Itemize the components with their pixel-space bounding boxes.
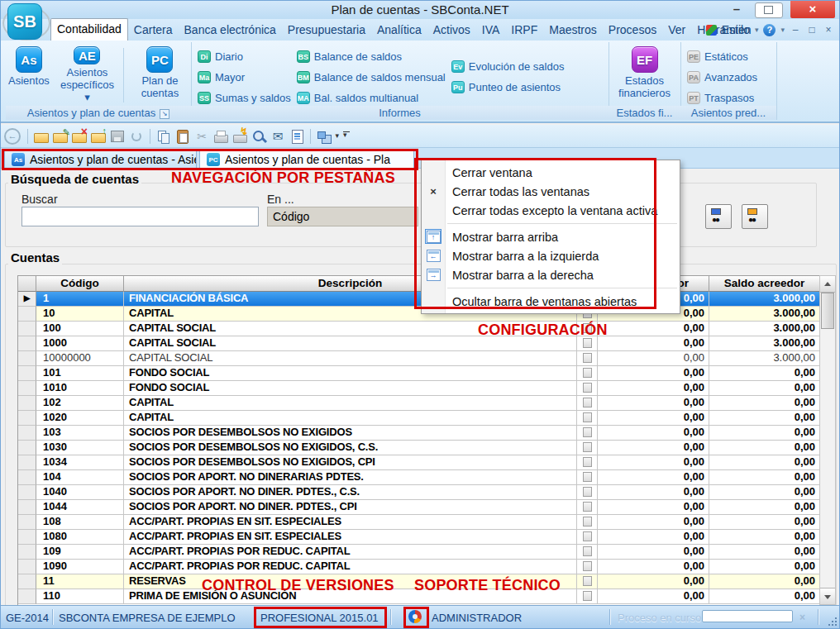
toolbar-print-icon[interactable] [212,128,229,145]
toolbar-save-icon[interactable] [109,128,126,145]
maximize-icon[interactable] [755,2,783,18]
table-row[interactable]: 103SOCIOS POR DESEMBOLSOS NO EXIGIDOS0,0… [18,426,836,441]
search-field-combo[interactable]: Código [267,207,418,226]
toolbar-import-folder-icon[interactable] [90,128,107,145]
ribbon-item-diario[interactable]: DiDiario [198,46,291,67]
table-row[interactable]: 1020CAPITAL0,000,00 [18,411,836,426]
chevron-down-icon[interactable]: ▾ [780,26,785,34]
row-checkbox[interactable] [583,398,592,407]
ribbon-button-asientos-especificos[interactable]: AEAsientos específicos ▾ [56,45,118,105]
ribbon-item-avanzados[interactable]: PAAvanzados [687,67,757,88]
toolbar-cut-icon[interactable] [193,128,210,145]
toolbar-edit-folder-icon[interactable] [52,128,69,145]
row-checkbox[interactable] [583,591,592,601]
row-checkbox[interactable] [583,576,592,586]
ribbon-item-estaticos[interactable]: PEEstáticos [687,46,757,67]
row-checkbox[interactable] [583,517,592,527]
menu-tab-analitica[interactable]: Analítica [371,20,427,41]
row-checkbox[interactable] [583,353,592,363]
chevron-down-icon[interactable]: ▾ [755,26,759,34]
table-row[interactable]: 102CAPITAL0,000,00 [18,396,836,411]
row-checkbox[interactable] [583,561,592,571]
menu-tab-cartera[interactable]: Cartera [128,20,179,41]
row-checkbox[interactable] [583,383,592,393]
menu-tab-procesos[interactable]: Procesos [603,20,662,41]
toolbar-delete-folder-icon[interactable] [71,128,88,145]
table-row[interactable]: 10000000CAPITAL SOCIAL0,003.000,00 [18,351,836,366]
row-checkbox[interactable] [583,412,592,422]
toolbar-print-direct-icon[interactable] [231,128,248,145]
menu-tab-activos[interactable]: Activos [427,20,476,41]
table-row[interactable]: 100CAPITAL SOCIAL0,003.000,00 [18,322,836,336]
resize-grip[interactable] [827,616,837,626]
ribbon-button-estados-financieros[interactable]: EFEstados financieros [609,45,680,105]
menu-tab-iva[interactable]: IVA [476,20,506,41]
row-checkbox[interactable] [583,487,592,497]
table-row[interactable]: 109ACC/PART. PROPIAS POR REDUC. CAPITAL0… [18,545,836,560]
close-button[interactable]: × [790,1,835,18]
row-checkbox[interactable] [583,472,592,482]
row-checkbox[interactable] [583,546,592,556]
dialog-launcher-icon[interactable]: ↘ [160,109,169,119]
child-restore-button[interactable]: □ [806,24,818,36]
toolbar-send-mail-icon[interactable] [270,128,286,145]
toolbar-window-arrange-icon[interactable] [316,128,339,145]
minimize-button[interactable]: – [727,2,747,16]
table-row[interactable]: 1080ACC/PART. PROPIAS EN SIT. ESPECIALES… [18,530,836,545]
menu-tab-contabilidad[interactable]: Contabilidad [50,18,128,41]
vertical-scrollbar[interactable] [819,275,836,605]
row-checkbox[interactable] [583,457,592,467]
ribbon-item-evolucion-de-saldos[interactable]: EvEvolución de saldos [451,56,565,77]
menu-tab-ver[interactable]: Ver [662,20,691,41]
scroll-down-button[interactable] [820,588,835,604]
table-row[interactable]: 1034SOCIOS POR DESEMBOLSOS NO EXIGIDOS, … [18,455,836,470]
menu-tab-banca-electronica[interactable]: Banca electrónica [179,20,282,41]
help-icon[interactable]: ? [763,24,776,36]
row-checkbox[interactable] [583,502,592,512]
ribbon-button-asientos[interactable]: AsAsientos [6,45,52,105]
toolbar-refresh-icon[interactable] [128,128,145,145]
search-folder-button[interactable]: ●● [742,204,768,229]
search-window-button[interactable]: ●● [705,204,732,229]
table-row[interactable]: 1030SOCIOS POR DESEMBOLSOS NO EXIGIDOS, … [18,441,836,455]
grid-header-saldo-acreedor[interactable]: Saldo acreedor [709,275,820,292]
toolbar-paste-icon[interactable] [174,128,191,145]
row-checkbox[interactable] [583,442,592,452]
ribbon-item-mayor[interactable]: MaMayor [198,67,291,88]
ribbon-item-balance-de-saldos[interactable]: BSBalance de saldos [297,46,446,67]
row-checkbox[interactable] [583,427,592,437]
table-row[interactable]: 1044SOCIOS POR APORT. NO DINER. PDTES., … [18,500,836,515]
toolbar-print-preview-icon[interactable] [251,128,267,145]
ribbon-item-punteo-de-asientos[interactable]: PuPunteo de asientos [451,77,565,98]
grid-header-codigo[interactable]: Código [36,275,124,292]
menu-tab-presupuestaria[interactable]: Presupuestaria [282,20,371,41]
ribbon-item-bal-saldos-multianual[interactable]: MABal. saldos multianual [297,88,446,105]
toolbar-overflow-icon[interactable] [341,128,351,145]
table-row[interactable]: 1090ACC/PART. PROPIAS POR REDUC. CAPITAL… [18,560,836,574]
row-checkbox[interactable] [583,338,592,348]
scroll-thumb[interactable] [821,293,834,329]
toolbar-new-folder-icon[interactable] [33,128,50,145]
menu-tab-maestros[interactable]: Maestros [543,20,603,41]
ribbon-button-plan-de-cuentas[interactable]: PCPlan de cuentas [129,45,191,105]
toolbar-report-icon[interactable] [289,128,305,145]
scroll-up-button[interactable] [820,276,835,293]
row-checkbox[interactable] [583,368,592,378]
toolbar-back-icon[interactable] [4,128,21,145]
table-row[interactable]: 1010FONDO SOCIAL0,000,00 [18,381,836,396]
ribbon-item-traspasos[interactable]: PTTraspasos [687,88,757,105]
child-close-button[interactable]: × [823,24,834,36]
table-row[interactable]: 1040SOCIOS POR APORT. NO DINER. PDTES., … [18,485,836,500]
toolbar-copy-icon[interactable] [155,128,172,145]
table-row[interactable]: 104SOCIOS POR APORT. NO DINERARIAS PDTES… [18,470,836,485]
table-row[interactable]: 1000CAPITAL SOCIAL0,003.000,00 [18,336,836,351]
table-row[interactable]: 108ACC/PART. PROPIAS EN SIT. ESPECIALES0… [18,515,836,530]
ribbon-item-balance-de-saldos-mensual[interactable]: BMBalance de saldos mensual [297,67,446,88]
table-row[interactable]: 101FONDO SOCIAL0,000,00 [18,366,836,381]
child-minimize-button[interactable]: – [790,24,801,36]
row-checkbox[interactable] [583,531,592,541]
style-menu[interactable]: Estilo [722,23,750,36]
menu-tab-irpf[interactable]: IRPF [505,20,543,41]
ribbon-item-sumas-y-saldos[interactable]: SSSumas y saldos [198,88,291,105]
search-input[interactable] [21,207,259,226]
